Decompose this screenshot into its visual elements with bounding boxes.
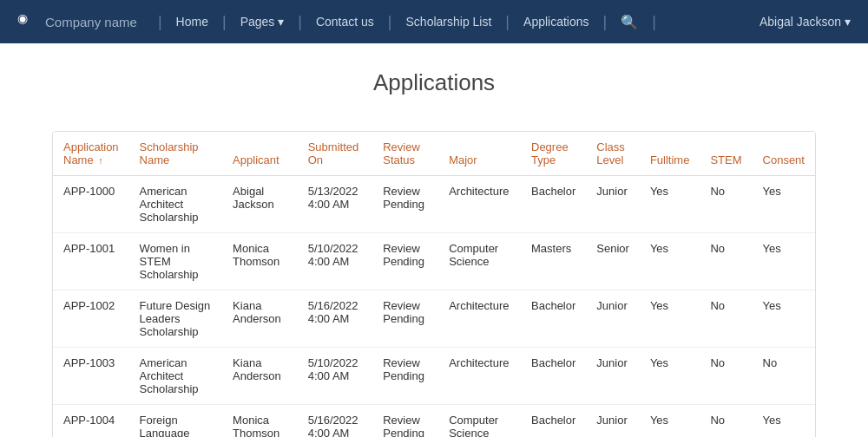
cell-3-0: APP-1003 — [53, 348, 129, 405]
cell-3-4: Review Pending — [372, 348, 438, 405]
cell-4-6: Bachelor — [521, 405, 586, 438]
table-row: APP-1003American Architect ScholarshipKi… — [53, 348, 815, 405]
cell-0-10: Yes — [753, 176, 815, 233]
cell-1-6: Masters — [521, 233, 586, 290]
nav-divider-7: | — [652, 13, 656, 31]
cell-0-9: No — [700, 176, 752, 233]
col-header-applicant[interactable]: Applicant — [222, 132, 298, 176]
cell-0-6: Bachelor — [521, 176, 586, 233]
cell-2-5: Architecture — [438, 290, 521, 348]
page-title: Applications — [52, 69, 816, 96]
table-body: APP-1000American Architect ScholarshipAb… — [53, 176, 815, 438]
nav-link-scholarship[interactable]: Scholarship List — [396, 15, 503, 29]
col-header-scholarship[interactable]: Scholarship Name — [129, 132, 223, 176]
cell-3-6: Bachelor — [521, 348, 586, 405]
nav-divider-3: | — [298, 13, 302, 31]
applications-table-container: Application Name ↑ Scholarship Name Appl… — [52, 131, 816, 437]
nav-link-home[interactable]: Home — [166, 15, 219, 29]
cell-0-5: Architecture — [438, 176, 521, 233]
cell-2-10: Yes — [753, 290, 815, 348]
nav-links: Home | Pages ▾ | Contact us | Scholarshi… — [166, 13, 611, 31]
table-row: APP-1001Women in STEM ScholarshipMonica … — [53, 233, 815, 290]
cell-1-2: Monica Thomson — [222, 233, 298, 290]
nav-divider-5: | — [505, 13, 510, 31]
cell-3-2: Kiana Anderson — [222, 348, 298, 405]
table-row: APP-1004Foreign Language ScholarshipMoni… — [53, 405, 815, 438]
cell-2-4: Review Pending — [372, 290, 438, 348]
nav-divider-4: | — [388, 13, 392, 31]
user-menu[interactable]: Abigal Jackson ▾ — [760, 15, 851, 29]
cell-3-1: American Architect Scholarship — [129, 348, 223, 405]
cell-1-10: Yes — [753, 233, 815, 290]
cell-4-9: No — [700, 405, 752, 438]
cell-0-7: Junior — [586, 176, 640, 233]
nav-link-contact[interactable]: Contact us — [306, 15, 385, 29]
applications-table: Application Name ↑ Scholarship Name Appl… — [53, 132, 815, 437]
navbar: ◉ Company name | Home | Pages ▾ | Contac… — [0, 0, 868, 43]
cell-4-7: Junior — [586, 405, 640, 438]
cell-0-1: American Architect Scholarship — [129, 176, 223, 233]
cell-0-3: 5/13/2022 4:00 AM — [298, 176, 373, 233]
cell-4-10: Yes — [753, 405, 815, 438]
cell-2-7: Junior — [586, 290, 640, 348]
col-header-app-name[interactable]: Application Name ↑ — [53, 132, 129, 176]
nav-link-applications[interactable]: Applications — [513, 15, 600, 29]
cell-3-5: Architecture — [438, 348, 521, 405]
brand[interactable]: ◉ Company name — [17, 11, 137, 32]
cell-4-0: APP-1004 — [53, 405, 129, 438]
cell-3-9: No — [700, 348, 752, 405]
cell-2-6: Bachelor — [521, 290, 586, 348]
cell-4-1: Foreign Language Scholarship — [129, 405, 223, 438]
col-header-consent[interactable]: Consent — [753, 132, 815, 176]
nav-link-pages[interactable]: Pages ▾ — [230, 15, 295, 29]
cell-2-8: Yes — [640, 290, 700, 348]
nav-item-contact[interactable]: Contact us — [306, 15, 385, 29]
col-header-stem[interactable]: STEM — [700, 132, 752, 176]
brand-icon: ◉ — [17, 11, 38, 32]
cell-1-1: Women in STEM Scholarship — [129, 233, 223, 290]
cell-3-10: No — [753, 348, 815, 405]
cell-2-9: No — [700, 290, 752, 348]
cell-1-5: Computer Science — [438, 233, 521, 290]
sort-arrow-app-name: ↑ — [98, 155, 103, 166]
col-header-degree[interactable]: Degree Type — [521, 132, 586, 176]
cell-3-3: 5/10/2022 4:00 AM — [298, 348, 373, 405]
nav-item-pages[interactable]: Pages ▾ — [230, 15, 295, 29]
cell-2-2: Kiana Anderson — [222, 290, 298, 348]
col-header-major[interactable]: Major — [438, 132, 521, 176]
cell-0-0: APP-1000 — [53, 176, 129, 233]
cell-1-3: 5/10/2022 4:00 AM — [298, 233, 373, 290]
cell-3-7: Junior — [586, 348, 640, 405]
nav-item-scholarship[interactable]: Scholarship List — [396, 15, 503, 29]
cell-1-8: Yes — [640, 233, 700, 290]
cell-1-9: No — [700, 233, 752, 290]
table-row: APP-1000American Architect ScholarshipAb… — [53, 176, 815, 233]
cell-1-0: APP-1001 — [53, 233, 129, 290]
col-header-class[interactable]: Class Level — [586, 132, 640, 176]
cell-4-4: Review Pending — [372, 405, 438, 438]
nav-item-applications[interactable]: Applications — [513, 15, 600, 29]
col-header-fulltime[interactable]: Fulltime — [640, 132, 700, 176]
cell-0-4: Review Pending — [372, 176, 438, 233]
cell-2-3: 5/16/2022 4:00 AM — [298, 290, 373, 348]
cell-4-2: Monica Thomson — [222, 405, 298, 438]
nav-item-home[interactable]: Home — [166, 15, 219, 29]
col-header-review[interactable]: Review Status — [372, 132, 438, 176]
cell-4-3: 5/16/2022 4:00 AM — [298, 405, 373, 438]
nav-divider-6: | — [603, 13, 608, 31]
user-name: Abigal Jackson ▾ — [760, 15, 851, 29]
search-icon[interactable]: 🔍 — [621, 14, 638, 30]
cell-2-0: APP-1002 — [53, 290, 129, 348]
brand-name: Company name — [45, 15, 137, 29]
table-header-row: Application Name ↑ Scholarship Name Appl… — [53, 132, 815, 176]
cell-4-8: Yes — [640, 405, 700, 438]
cell-0-8: Yes — [640, 176, 700, 233]
col-header-submitted[interactable]: Submitted On — [298, 132, 373, 176]
main-content: Applications Application Name ↑ Scholars… — [0, 43, 868, 437]
cell-3-8: Yes — [640, 348, 700, 405]
table-row: APP-1002Future Design Leaders Scholarshi… — [53, 290, 815, 348]
nav-divider-2: | — [222, 13, 227, 31]
cell-1-4: Review Pending — [372, 233, 438, 290]
cell-4-5: Computer Science — [438, 405, 521, 438]
nav-divider-1: | — [158, 13, 162, 31]
